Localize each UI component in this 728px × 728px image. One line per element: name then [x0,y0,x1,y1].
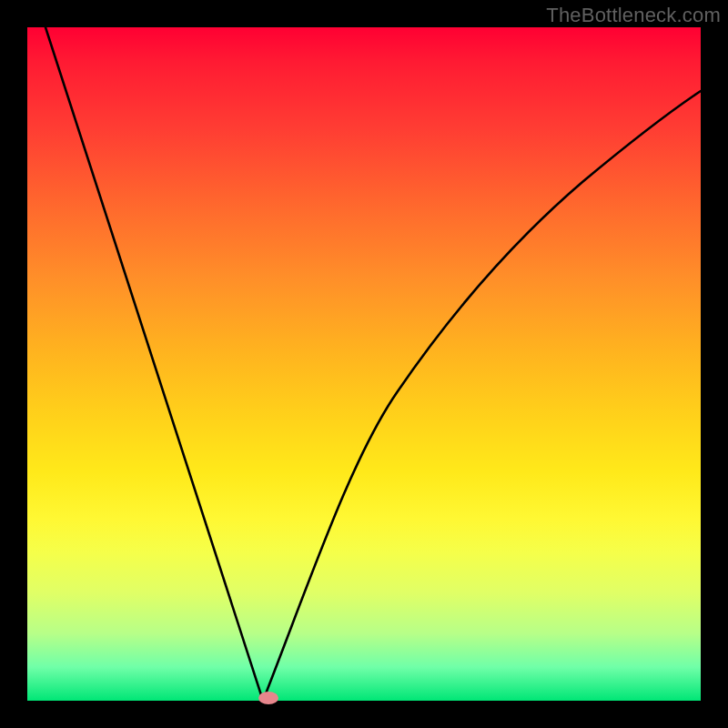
chart-frame: TheBottleneck.com [0,0,728,728]
curve-path [46,27,701,701]
attribution-label: TheBottleneck.com [546,4,721,27]
minimum-marker [258,692,278,704]
chart-plot-area [27,27,701,701]
chart-curve [27,27,701,701]
